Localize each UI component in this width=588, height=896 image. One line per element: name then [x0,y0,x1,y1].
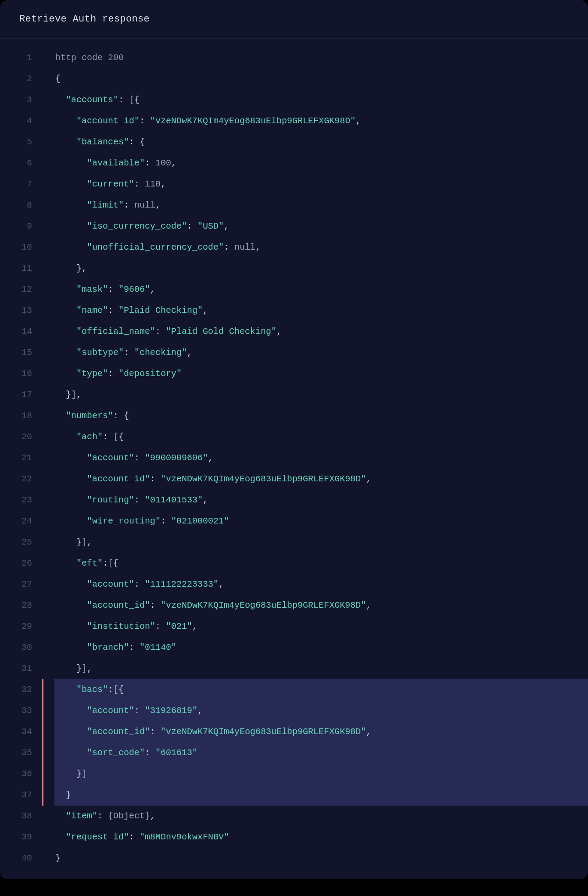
code-line: http code 200 [54,47,588,68]
code-line: "unofficial_currency_code": null, [54,237,588,258]
code-line: "account": "111122223333", [54,574,588,595]
line-number: 33 [0,700,32,721]
code-line: } [54,785,588,806]
code-line: "limit": null, [54,195,588,216]
code-line: "wire_routing": "021000021" [54,511,588,532]
line-number: 13 [0,300,32,321]
line-number: 18 [0,405,32,426]
line-number: 1 [0,47,32,68]
line-number: 4 [0,111,32,132]
line-number: 40 [0,848,32,869]
code-line: "branch": "01140" [54,637,588,658]
code-line: "account_id": "vzeNDwK7KQIm4yEog683uElbp… [54,721,588,742]
code-line: "available": 100, [54,153,588,174]
line-number: 38 [0,806,32,827]
line-number: 9 [0,216,32,237]
line-number: 17 [0,384,32,405]
code-line: "sort_code": "601613" [54,742,588,763]
line-number: 29 [0,616,32,637]
line-number: 22 [0,469,32,490]
code-line: "official_name": "Plaid Gold Checking", [54,321,588,342]
line-number: 31 [0,658,32,679]
code-panel: Retrieve Auth response 12345678910111213… [0,0,588,879]
code-line: "account_id": "vzeNDwK7KQIm4yEog683uElbp… [54,111,588,132]
code-line: "institution": "021", [54,616,588,637]
line-number: 28 [0,595,32,616]
line-number: 14 [0,321,32,342]
line-number: 39 [0,827,32,848]
code-body[interactable]: http code 200{ "accounts": [{ "account_i… [42,39,588,879]
line-number: 8 [0,195,32,216]
code-area: 1234567891011121314151617182021222324252… [0,39,588,879]
code-line: "name": "Plaid Checking", [54,300,588,321]
code-line: } [54,848,588,869]
line-number: 36 [0,763,32,785]
line-number: 11 [0,258,32,279]
line-number: 26 [0,553,32,574]
line-number: 5 [0,132,32,153]
line-number: 12 [0,279,32,300]
code-line: }], [54,384,588,405]
line-number: 35 [0,742,32,763]
code-line: "type": "depository" [54,363,588,384]
code-line: "account": "31926819", [54,700,588,721]
line-number: 27 [0,574,32,595]
code-line: "accounts": [{ [54,90,588,111]
code-line: "account_id": "vzeNDwK7KQIm4yEog683uElbp… [54,595,588,616]
line-gutter: 1234567891011121314151617182021222324252… [0,39,42,879]
code-line: "item": {Object}, [54,806,588,827]
code-line: "eft":[{ [54,553,588,574]
line-number: 10 [0,237,32,258]
code-line: "ach": [{ [54,426,588,448]
code-line: }, [54,258,588,279]
code-line: "request_id": "m8MDnv9okwxFNBV" [54,827,588,848]
line-number: 15 [0,342,32,363]
code-line: "account_id": "vzeNDwK7KQIm4yEog683uElbp… [54,469,588,490]
line-number: 2 [0,68,32,90]
line-number: 7 [0,174,32,195]
line-number: 20 [0,426,32,448]
line-number: 25 [0,532,32,553]
panel-title: Retrieve Auth response [0,0,588,39]
line-number: 16 [0,363,32,384]
code-line: }], [54,658,588,679]
line-number: 6 [0,153,32,174]
code-line: "routing": "011401533", [54,490,588,511]
line-number: 30 [0,637,32,658]
code-line: "numbers": { [54,405,588,426]
line-number: 3 [0,90,32,111]
line-number: 23 [0,490,32,511]
code-line: { [54,68,588,90]
code-line: "account": "9900009606", [54,448,588,469]
code-line: "subtype": "checking", [54,342,588,363]
code-line: }] [54,763,588,785]
code-line: "mask": "9606", [54,279,588,300]
line-number: 21 [0,448,32,469]
line-number: 34 [0,721,32,742]
line-number: 32 [0,679,32,700]
line-number: 24 [0,511,32,532]
line-number: 37 [0,785,32,806]
code-line: }], [54,532,588,553]
code-line: "balances": { [54,132,588,153]
code-line: "iso_currency_code": "USD", [54,216,588,237]
code-line: "current": 110, [54,174,588,195]
code-line: "bacs":[{ [54,679,588,700]
